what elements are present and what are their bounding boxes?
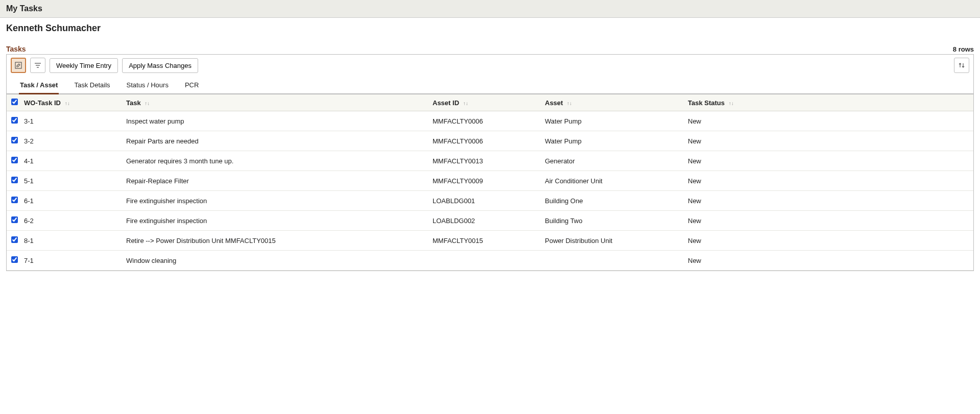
cell-wo-task-id: 8-1 — [21, 231, 123, 251]
header-asset-id-label: Asset ID — [433, 99, 459, 107]
cell-task: Inspect water pump — [123, 111, 429, 131]
row-checkbox[interactable] — [11, 256, 18, 263]
toolbar-left: Weekly Time Entry Apply Mass Changes — [11, 58, 198, 73]
cell-asset: Building One — [542, 191, 685, 211]
tabs: Task / AssetTask DetailsStatus / HoursPC… — [6, 76, 974, 94]
cell-wo-task-id: 5-1 — [21, 171, 123, 191]
cell-wo-task-id: 4-1 — [21, 151, 123, 171]
cell-asset: Building Two — [542, 211, 685, 231]
sort-icon: ↑↓ — [463, 101, 468, 106]
cell-wo-task-id: 3-1 — [21, 111, 123, 131]
cell-task: Fire extinguisher inspection — [123, 191, 429, 211]
sort-columns-button[interactable] — [954, 58, 969, 73]
cell-asset-id: MMFACLTY0009 — [429, 171, 542, 191]
header-asset-id[interactable]: Asset ID ↑↓ — [429, 94, 542, 111]
tab-task-details[interactable]: Task Details — [73, 76, 111, 94]
table-header-row: WO-Task ID ↑↓ Task ↑↓ Asset ID ↑↓ Asset … — [7, 94, 973, 111]
row-checkbox[interactable] — [11, 157, 18, 163]
apply-mass-changes-button[interactable]: Apply Mass Changes — [122, 58, 198, 73]
cell-asset: Air Conditioner Unit — [542, 171, 685, 191]
user-name: Kenneth Schumacher — [6, 23, 974, 34]
table-row[interactable]: 8-1Retire --> Power Distribution Unit MM… — [7, 231, 973, 251]
cell-wo-task-id: 6-2 — [21, 211, 123, 231]
sort-icon: ↑↓ — [729, 101, 734, 106]
header-task-status[interactable]: Task Status ↑↓ — [685, 94, 973, 111]
table-row[interactable]: 3-1Inspect water pumpMMFACLTY0006Water P… — [7, 111, 973, 131]
cell-asset-id: LOABLDG001 — [429, 191, 542, 211]
page-header: My Tasks — [0, 0, 980, 18]
table-row[interactable]: 7-1Window cleaningNew — [7, 251, 973, 271]
table-row[interactable]: 4-1Generator requires 3 month tune up.MM… — [7, 151, 973, 171]
cell-wo-task-id: 6-1 — [21, 191, 123, 211]
sort-up-down-icon — [958, 62, 965, 69]
cell-task-status: New — [685, 191, 973, 211]
cell-asset: Generator — [542, 151, 685, 171]
cell-task-status: New — [685, 211, 973, 231]
tab-status-hours[interactable]: Status / Hours — [126, 76, 170, 94]
cell-asset: Water Pump — [542, 111, 685, 131]
cell-asset-id: LOABLDG002 — [429, 211, 542, 231]
cell-asset-id — [429, 251, 542, 271]
table-body: 3-1Inspect water pumpMMFACLTY0006Water P… — [7, 111, 973, 271]
row-checkbox[interactable] — [11, 236, 18, 243]
tab-task-asset[interactable]: Task / Asset — [19, 76, 59, 94]
row-checkbox-cell — [7, 251, 21, 271]
row-checkbox-cell — [7, 111, 21, 131]
cell-task: Fire extinguisher inspection — [123, 211, 429, 231]
section-title: Tasks — [6, 45, 26, 53]
row-checkbox[interactable] — [11, 117, 18, 124]
row-checkbox[interactable] — [11, 137, 18, 143]
cell-task-status: New — [685, 131, 973, 151]
cell-task-status: New — [685, 151, 973, 171]
table-row[interactable]: 3-2Repair Parts are neededMMFACLTY0006Wa… — [7, 131, 973, 151]
header-select-all — [7, 94, 21, 111]
row-count: 8 rows — [953, 45, 974, 53]
row-checkbox-cell — [7, 171, 21, 191]
header-wo-task-id[interactable]: WO-Task ID ↑↓ — [21, 94, 123, 111]
weekly-time-entry-button[interactable]: Weekly Time Entry — [50, 58, 118, 73]
table-row[interactable]: 5-1Repair-Replace FilterMMFACLTY0009Air … — [7, 171, 973, 191]
row-checkbox-cell — [7, 131, 21, 151]
table-row[interactable]: 6-2Fire extinguisher inspectionLOABLDG00… — [7, 211, 973, 231]
row-checkbox-cell — [7, 151, 21, 171]
filter-icon — [34, 61, 42, 69]
header-asset-label: Asset — [545, 99, 563, 107]
sort-icon: ↑↓ — [65, 101, 70, 106]
cell-asset: Power Distribution Unit — [542, 231, 685, 251]
edit-mode-button[interactable] — [11, 58, 26, 73]
row-checkbox[interactable] — [11, 177, 18, 183]
select-all-checkbox[interactable] — [11, 99, 18, 105]
table-row[interactable]: 6-1Fire extinguisher inspectionLOABLDG00… — [7, 191, 973, 211]
svg-rect-0 — [15, 62, 21, 68]
row-checkbox-cell — [7, 191, 21, 211]
cell-task: Retire --> Power Distribution Unit MMFAC… — [123, 231, 429, 251]
cell-asset-id: MMFACLTY0006 — [429, 111, 542, 131]
tasks-table: WO-Task ID ↑↓ Task ↑↓ Asset ID ↑↓ Asset … — [7, 94, 973, 271]
header-wo-task-id-label: WO-Task ID — [24, 99, 61, 107]
header-task-label: Task — [126, 99, 141, 107]
cell-wo-task-id: 7-1 — [21, 251, 123, 271]
page-title: My Tasks — [6, 4, 974, 13]
row-checkbox[interactable] — [11, 197, 18, 203]
filter-button[interactable] — [30, 58, 45, 73]
cell-asset — [542, 251, 685, 271]
cell-task: Repair Parts are needed — [123, 131, 429, 151]
cell-task-status: New — [685, 251, 973, 271]
tab-pcr[interactable]: PCR — [184, 76, 200, 94]
sort-icon: ↑↓ — [145, 101, 150, 106]
cell-task: Repair-Replace Filter — [123, 171, 429, 191]
cell-asset-id: MMFACLTY0006 — [429, 131, 542, 151]
header-task[interactable]: Task ↑↓ — [123, 94, 429, 111]
row-checkbox[interactable] — [11, 216, 18, 223]
cell-task-status: New — [685, 111, 973, 131]
header-asset[interactable]: Asset ↑↓ — [542, 94, 685, 111]
row-checkbox-cell — [7, 211, 21, 231]
subheader: Kenneth Schumacher — [0, 18, 980, 36]
toolbar-right — [954, 58, 969, 73]
row-checkbox-cell — [7, 231, 21, 251]
edit-icon — [14, 61, 22, 69]
cell-asset: Water Pump — [542, 131, 685, 151]
cell-task-status: New — [685, 171, 973, 191]
cell-task: Window cleaning — [123, 251, 429, 271]
cell-task: Generator requires 3 month tune up. — [123, 151, 429, 171]
